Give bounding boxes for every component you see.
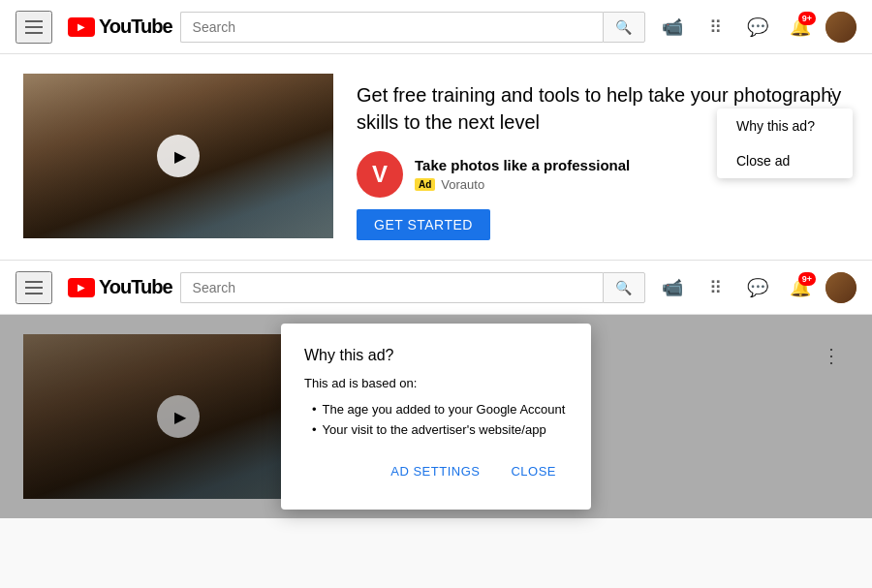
why-this-ad-item[interactable]: Why this ad? <box>717 108 853 143</box>
search-button-2[interactable]: 🔍 <box>603 272 645 303</box>
video-camera-icon-2: 📹 <box>662 277 683 298</box>
message-icon: 💬 <box>747 16 768 38</box>
notifications-button[interactable]: 🔔 9+ <box>783 10 818 45</box>
search-input-2[interactable] <box>180 272 603 303</box>
ad-section-1: Get free training and tools to help take… <box>0 54 872 260</box>
upload-button[interactable]: 📹 <box>655 10 690 45</box>
apps-icon: ⠿ <box>709 16 722 38</box>
header-right-2: 📹 ⠿ 💬 🔔 9+ <box>655 270 856 305</box>
apps-icon-2: ⠿ <box>709 277 722 298</box>
modal-title: Why this ad? <box>304 347 568 364</box>
hamburger-menu-2[interactable] <box>16 271 52 304</box>
modal-subtitle: This ad is based on: <box>304 376 568 390</box>
notification-badge: 9+ <box>798 12 816 25</box>
close-modal-button[interactable]: CLOSE <box>499 456 568 486</box>
modal-reason-2: Your visit to the advertiser's website/a… <box>312 422 568 437</box>
modal-overlay: Why this ad? This ad is based on: The ag… <box>0 315 872 518</box>
ad-title: Take photos like a professional <box>415 157 630 173</box>
youtube-logo-text-2: YouTube <box>99 276 172 298</box>
avatar-image <box>825 12 856 43</box>
advertiser-logo: V <box>357 151 403 198</box>
header-right: 📹 ⠿ 💬 🔔 9+ <box>655 10 856 45</box>
ad-badge: Ad <box>415 178 435 191</box>
header-2: YouTube 🔍 📹 ⠿ 💬 🔔 9+ <box>0 261 872 315</box>
header-search-2: 🔍 <box>180 272 645 303</box>
advertiser-name: Vorauto <box>441 177 484 192</box>
avatar[interactable] <box>825 12 856 43</box>
modal-reasons-list: The age you added to your Google Account… <box>304 402 568 437</box>
search-icon: 🔍 <box>615 19 632 35</box>
section-2: YouTube 🔍 📹 ⠿ 💬 🔔 9+ <box>0 261 872 518</box>
modal-actions: AD SETTINGS CLOSE <box>304 456 568 486</box>
youtube-logo-2[interactable]: YouTube <box>68 276 172 298</box>
cta-button[interactable]: GET STARTED <box>357 209 490 240</box>
ad-section-2-wrapper: ...to help grow sional ⋮ Why this ad? Th… <box>0 315 872 518</box>
message-icon-2: 💬 <box>747 277 768 298</box>
messages-button[interactable]: 💬 <box>740 10 775 45</box>
notifications-button-2[interactable]: 🔔 9+ <box>783 270 818 305</box>
youtube-logo[interactable]: YouTube <box>68 15 172 38</box>
apps-button-2[interactable]: ⠿ <box>698 270 732 305</box>
youtube-logo-text: YouTube <box>99 15 172 38</box>
messages-button-2[interactable]: 💬 <box>740 270 775 305</box>
header-search: 🔍 <box>180 12 645 43</box>
youtube-logo-icon-2 <box>68 278 95 297</box>
header-left: YouTube <box>16 11 172 44</box>
search-button[interactable]: 🔍 <box>603 12 645 43</box>
video-camera-icon: 📹 <box>662 16 683 38</box>
avatar-image-2 <box>825 272 856 303</box>
ad-video-thumbnail[interactable] <box>23 74 333 238</box>
avatar-2[interactable] <box>825 272 856 303</box>
play-button[interactable] <box>157 135 200 177</box>
section-1: YouTube 🔍 📹 ⠿ 💬 🔔 9+ <box>0 0 872 261</box>
ad-settings-button[interactable]: AD SETTINGS <box>379 456 491 486</box>
ad-badge-row: Ad Vorauto <box>415 177 630 192</box>
dropdown-menu: Why this ad? Close ad <box>717 108 853 178</box>
notification-badge-2: 9+ <box>798 272 816 286</box>
more-options-button[interactable]: ⋮ <box>814 77 849 112</box>
search-icon-2: 🔍 <box>615 280 632 295</box>
youtube-logo-icon <box>68 17 95 37</box>
search-input[interactable] <box>180 12 603 43</box>
modal-reason-1: The age you added to your Google Account <box>312 402 568 417</box>
hamburger-menu[interactable] <box>16 11 52 44</box>
upload-button-2[interactable]: 📹 <box>655 270 690 305</box>
header-1: YouTube 🔍 📹 ⠿ 💬 🔔 9+ <box>0 0 872 54</box>
apps-button[interactable]: ⠿ <box>698 10 732 45</box>
advertiser-info: Take photos like a professional Ad Vorau… <box>415 157 630 192</box>
close-ad-item[interactable]: Close ad <box>717 143 853 178</box>
why-this-ad-modal: Why this ad? This ad is based on: The ag… <box>281 324 591 510</box>
header-left-2: YouTube <box>16 271 172 304</box>
